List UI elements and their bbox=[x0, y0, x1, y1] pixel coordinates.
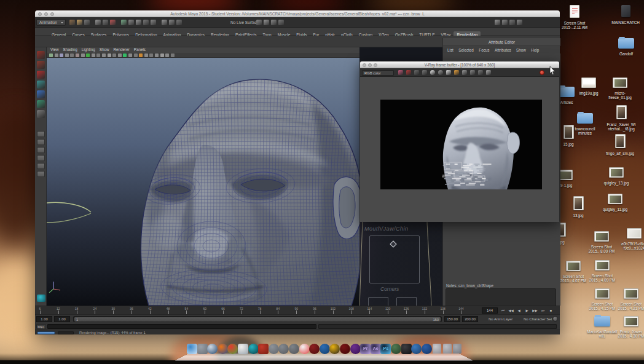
dock-item-app-faded-1[interactable] bbox=[269, 344, 279, 354]
status-icon-7[interactable] bbox=[128, 20, 134, 25]
status-icon-2[interactable] bbox=[84, 20, 90, 25]
status-icon-4[interactable] bbox=[103, 20, 108, 25]
status-icon-9[interactable] bbox=[143, 20, 149, 25]
dock-item-app-grey[interactable] bbox=[197, 344, 208, 354]
viewport-toolbar-icon-17[interactable] bbox=[139, 53, 143, 57]
desktop-icon-gandolf[interactable]: Gandolf bbox=[607, 38, 644, 56]
dock-item-app-faded-3[interactable] bbox=[289, 344, 299, 354]
vfb-icon-9[interactable] bbox=[470, 70, 475, 75]
viewport-menu-renderer[interactable]: Renderer bbox=[113, 47, 129, 52]
range-field-1[interactable]: 1.00 bbox=[54, 316, 70, 322]
transport-button-0[interactable]: ⏮ bbox=[500, 308, 506, 313]
status-icon-1[interactable] bbox=[77, 20, 82, 25]
dock-item-finder[interactable] bbox=[187, 344, 197, 354]
layout-button-0[interactable] bbox=[37, 131, 45, 137]
vfb-titlebar[interactable]: V-Ray frame buffer - [100% of 640 x 360] bbox=[360, 61, 559, 68]
desktop-icon-screen-shot[interactable]: Screen Shot2015.. 4.21 PM bbox=[611, 288, 644, 311]
status-icon-17[interactable] bbox=[278, 20, 284, 25]
viewport-toolbar-icon-11[interactable] bbox=[108, 53, 111, 57]
ae-menu-help[interactable]: Help bbox=[531, 48, 539, 52]
transport-button-3[interactable]: ▶ bbox=[524, 308, 530, 313]
dock-item-maya[interactable] bbox=[248, 344, 259, 354]
desktop-icon-franz-xaver-wi[interactable]: Franz_Xaver_Winterhal..._t8.jpg bbox=[602, 105, 641, 131]
viewport-toolbar-icon-10[interactable] bbox=[102, 53, 106, 57]
layout-button-5[interactable] bbox=[37, 171, 45, 177]
viewport-menu-show[interactable]: Show bbox=[100, 47, 109, 52]
viewport-toolbar-icon-2[interactable] bbox=[60, 53, 63, 57]
desktop-icon-quigley-13-jpg[interactable]: quigley_13.jpg bbox=[597, 167, 636, 185]
layout-button-2[interactable] bbox=[37, 147, 45, 153]
range-slider-track[interactable]: 1150 bbox=[73, 316, 442, 322]
anim-layer-label[interactable]: No Anim Layer bbox=[489, 317, 512, 321]
dock-item-firefox[interactable] bbox=[218, 344, 228, 354]
vfb-icon-3[interactable] bbox=[422, 70, 427, 75]
viewport-toolbar-icon-7[interactable] bbox=[86, 53, 90, 57]
viewport-toolbar-icon-8[interactable] bbox=[92, 53, 95, 57]
status-icon-20[interactable] bbox=[509, 20, 515, 25]
viewport-toolbar-icon-9[interactable] bbox=[96, 53, 100, 57]
vfb-channel-dropdown[interactable]: RGB color bbox=[362, 70, 394, 76]
dock-item-trash[interactable] bbox=[452, 344, 463, 354]
status-icon-16[interactable] bbox=[271, 20, 277, 25]
desktop-icon-mainscratch[interactable]: MAINSCRATCH bbox=[606, 5, 644, 25]
ae-menu-list[interactable]: List bbox=[447, 48, 454, 52]
status-icon-21[interactable] bbox=[517, 20, 522, 25]
vfb-icon-7[interactable] bbox=[454, 70, 459, 75]
dock-item-app-green[interactable] bbox=[391, 344, 401, 354]
viewport-toolbar-icon-6[interactable] bbox=[81, 53, 85, 57]
dock-item-after-effects[interactable]: Ae bbox=[371, 344, 381, 354]
vfb-icon-5[interactable] bbox=[438, 70, 443, 75]
dock-item-document-2[interactable] bbox=[442, 344, 452, 354]
ae-menu-attributes[interactable]: Attributes bbox=[495, 48, 511, 52]
layout-button-1[interactable] bbox=[37, 139, 45, 145]
desktop-icon-screen-shot[interactable]: Screen Shot2015-..2.11 AM bbox=[555, 5, 594, 30]
tool-icon-3[interactable] bbox=[37, 81, 45, 89]
dock-item-chrome[interactable] bbox=[227, 344, 238, 354]
viewport-menu-view[interactable]: View bbox=[50, 47, 59, 52]
vfb-icon-6[interactable] bbox=[446, 70, 451, 75]
transport-button-5[interactable]: ⏭ bbox=[540, 308, 546, 313]
range-field-0[interactable]: 1.00 bbox=[36, 316, 52, 322]
toolbox-bottom-icon[interactable] bbox=[37, 295, 45, 302]
status-icon-12[interactable] bbox=[169, 20, 175, 25]
desktop-icon-quigley-11-jpg[interactable]: quigley_11.jpg bbox=[595, 194, 635, 212]
layout-button-3[interactable] bbox=[37, 155, 45, 161]
ae-menu-selected[interactable]: Selected bbox=[458, 48, 474, 52]
viewport-menu-lighting[interactable]: Lighting bbox=[82, 47, 95, 52]
dock-item-app-faded-2[interactable] bbox=[278, 344, 289, 354]
desktop-icon-13-jpg[interactable]: 13.jpg bbox=[559, 196, 598, 218]
vfb-icon-1[interactable] bbox=[406, 70, 411, 75]
desktop-icon-screen-shot[interactable]: Screen Shot2015.. 4.09 PM bbox=[583, 260, 622, 282]
range-slider-handle[interactable]: 1150 bbox=[74, 317, 441, 322]
status-icon-13[interactable] bbox=[176, 20, 182, 25]
status-icon-19[interactable] bbox=[502, 20, 508, 25]
status-icon-8[interactable] bbox=[136, 20, 141, 25]
viewport-toolbar-icon-1[interactable] bbox=[55, 53, 58, 57]
status-icon-10[interactable] bbox=[151, 20, 156, 25]
menu-set-dropdown[interactable]: Animation bbox=[36, 19, 66, 26]
status-icon-5[interactable] bbox=[110, 20, 116, 25]
character-set-label[interactable]: No Character Set bbox=[524, 317, 552, 321]
desktop-icon-micro-[interactable]: micro-fleece_01.jpg bbox=[600, 77, 640, 100]
status-icon-3[interactable] bbox=[95, 20, 101, 25]
viewport-toolbar-icon-19[interactable] bbox=[149, 53, 153, 57]
dock-item-app-sphere[interactable] bbox=[411, 344, 422, 354]
dock-item-photoshop[interactable]: Ps bbox=[380, 344, 391, 354]
dock-item-premiere[interactable]: Pr bbox=[360, 344, 371, 354]
vfb-icon-8[interactable] bbox=[462, 70, 467, 75]
dock-item-itunes[interactable] bbox=[299, 344, 310, 354]
desktop-icon-franz-xaver[interactable]: Franz_Xaver2015.. 4.30 PM bbox=[611, 316, 644, 338]
tool-icon-2[interactable] bbox=[37, 71, 45, 79]
vfb-icon-0[interactable] bbox=[398, 70, 403, 75]
viewport-perspective[interactable] bbox=[47, 58, 359, 306]
dock-item-app-blue[interactable] bbox=[320, 344, 330, 354]
status-icon-18[interactable] bbox=[495, 20, 500, 25]
vfb-icon-11[interactable] bbox=[486, 70, 491, 75]
dock-item-zbrush[interactable] bbox=[258, 344, 269, 354]
viewport-toolbar-icon-21[interactable] bbox=[160, 53, 164, 57]
viewport-toolbar-icon-23[interactable] bbox=[171, 53, 175, 57]
tool-icon-6[interactable] bbox=[37, 110, 45, 118]
ae-menu-focus[interactable]: Focus bbox=[479, 48, 489, 52]
layout-button-4[interactable] bbox=[37, 163, 45, 169]
transport-button-6[interactable]: ■ bbox=[548, 308, 554, 313]
